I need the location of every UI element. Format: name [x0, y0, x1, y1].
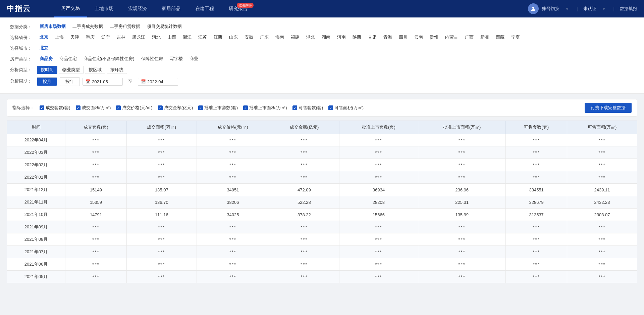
table-cell: *** [65, 159, 127, 171]
province-江西[interactable]: 江西 [211, 34, 225, 41]
category-options: 新房市场数据二手房成交数据二手房租赁数据项目交易统计数据 [37, 23, 634, 30]
province-陕西[interactable]: 陕西 [350, 34, 364, 41]
table-cell-period: 2021年05月 [7, 271, 65, 283]
table-row: 2021年11月15359136.7038206522.2828208225.3… [7, 196, 637, 209]
table-cell: *** [418, 271, 505, 283]
province-浙江[interactable]: 浙江 [180, 34, 194, 41]
table-cell: *** [126, 221, 197, 233]
indicator-row: 指标选择： ✓成交套数(套)✓成交面积(万㎡)✓成交价格(元/㎡)✓成交金额(亿… [7, 99, 637, 117]
period-end-input[interactable]: 📅 2022-04 [138, 78, 178, 86]
province-河南[interactable]: 河南 [334, 34, 348, 41]
table-cell: *** [567, 233, 637, 246]
province-新疆[interactable]: 新疆 [478, 34, 492, 41]
province-天津[interactable]: 天津 [68, 34, 82, 41]
city-beijing[interactable]: 北京 [37, 44, 51, 52]
province-北京[interactable]: 北京 [37, 34, 51, 41]
download-btn[interactable]: 付费下载完整数据 [585, 103, 632, 113]
table-cell: *** [506, 221, 567, 233]
period-month-btn[interactable]: 按月 [37, 77, 57, 86]
nav-item-macro-economy[interactable]: 宏观经济 [121, 0, 154, 17]
province-宁夏[interactable]: 宁夏 [508, 34, 523, 41]
nav-item-research-report[interactable]: 研究报告敬请期待 [221, 0, 255, 17]
period-start-input[interactable]: 📅 2021-05 [83, 78, 123, 86]
property-options: 商品房商品住宅商品住宅(不含保障性住房)保障性住房写字楼商业 [37, 55, 634, 62]
property-commercial[interactable]: 商业 [187, 55, 201, 62]
fill-data-btn[interactable]: 数据填报 [620, 6, 637, 12]
nav-item-house-trade[interactable]: 房产交易 [54, 0, 87, 17]
province-甘肃[interactable]: 甘肃 [365, 34, 379, 41]
province-广西[interactable]: 广西 [462, 34, 476, 41]
table-cell: *** [126, 271, 197, 283]
nav-item-land-market[interactable]: 土地市场 [87, 0, 121, 17]
province-湖南[interactable]: 湖南 [319, 34, 333, 41]
table-header-row: 时间成交套数(套)成交面积(万㎡)成交价格(元/㎡)成交金额(亿元)批准上市套数… [7, 121, 637, 134]
province-重庆[interactable]: 重庆 [83, 34, 97, 41]
table-cell: *** [418, 258, 505, 271]
property-residential[interactable]: 商品住宅 [57, 55, 79, 62]
province-湖北[interactable]: 湖北 [304, 34, 318, 41]
indicator-approved-area[interactable]: ✓批准上市面积(万㎡) [243, 105, 287, 111]
city-options: 北京 [37, 44, 634, 52]
province-青海[interactable]: 青海 [381, 34, 395, 41]
province-黑龙江[interactable]: 黑龙江 [129, 34, 148, 41]
province-山西[interactable]: 山西 [165, 34, 179, 41]
table-row: 2022年04月************************ [7, 134, 637, 146]
province-福建[interactable]: 福建 [288, 34, 302, 41]
province-安徽[interactable]: 安徽 [242, 34, 256, 41]
indicator-trade-amount[interactable]: ✓成交金额(亿元) [158, 105, 193, 111]
table-cell: *** [197, 146, 269, 159]
category-rental[interactable]: 二手房租赁数据 [107, 23, 143, 30]
category-project-stats[interactable]: 项目交易统计数据 [144, 23, 184, 30]
province-广东[interactable]: 广东 [257, 34, 271, 41]
analysis-type-by-area[interactable]: 按区域 [85, 66, 105, 74]
table-row: 2021年05月************************ [7, 271, 637, 283]
province-云南[interactable]: 云南 [412, 34, 426, 41]
province-河北[interactable]: 河北 [149, 34, 163, 41]
period-end-value: 2022-04 [147, 79, 163, 84]
province-山东[interactable]: 山东 [226, 34, 240, 41]
table-col-header: 成交价格(元/㎡) [197, 121, 269, 134]
indicator-trade-price[interactable]: ✓成交价格(元/㎡) [116, 105, 152, 111]
province-辽宁[interactable]: 辽宁 [99, 34, 113, 41]
indicator-for-sale-area[interactable]: ✓可售面积(万㎡) [328, 105, 364, 111]
category-new-market[interactable]: 新房市场数据 [37, 23, 68, 30]
province-西藏[interactable]: 西藏 [493, 34, 507, 41]
period-year-btn[interactable]: 按年 [60, 77, 80, 86]
analysis-type-by-ring[interactable]: 按环线 [107, 66, 127, 74]
account-switch-btn[interactable]: 账号切换 [542, 6, 559, 12]
analysis-type-by-time[interactable]: 按时间 [37, 66, 57, 74]
indicator-label-for-sale-area: 可售面积(万㎡) [334, 105, 364, 111]
table-cell: *** [418, 233, 505, 246]
table-col-header: 成交面积(万㎡) [126, 121, 197, 134]
province-内蒙古[interactable]: 内蒙古 [442, 34, 461, 41]
indicator-trade-count[interactable]: ✓成交套数(套) [40, 105, 70, 111]
category-second-hand[interactable]: 二手房成交数据 [70, 23, 106, 30]
indicator-approved-count[interactable]: ✓批准上市套数(套) [198, 105, 238, 111]
table-cell: *** [339, 221, 418, 233]
table-cell: *** [65, 271, 127, 283]
province-海南[interactable]: 海南 [273, 34, 287, 41]
checkbox-box-trade-area: ✓ [76, 105, 80, 110]
checkbox-box-for-sale-count: ✓ [292, 105, 297, 110]
province-吉林[interactable]: 吉林 [114, 34, 128, 41]
nav-item-home-parts[interactable]: 家居部品 [154, 0, 188, 17]
table-cell: 135.07 [126, 184, 197, 196]
property-affordable[interactable]: 保障性住房 [139, 55, 166, 62]
province-上海[interactable]: 上海 [52, 34, 66, 41]
province-四川[interactable]: 四川 [396, 34, 410, 41]
analysis-type-by-property[interactable]: 物业类型 [59, 66, 84, 74]
province-贵州[interactable]: 贵州 [427, 34, 441, 41]
province-江苏[interactable]: 江苏 [196, 34, 210, 41]
property-non-affordable[interactable]: 商品住宅(不含保障性住房) [81, 55, 137, 62]
table-cell: 136.70 [126, 196, 197, 209]
table-cell: *** [126, 258, 197, 271]
property-commodity[interactable]: 商品房 [37, 55, 55, 62]
table-cell: *** [418, 221, 505, 233]
nav-item-construction[interactable]: 在建工程 [188, 0, 221, 17]
table-col-header: 成交套数(套) [65, 121, 127, 134]
property-office[interactable]: 写字楼 [167, 55, 185, 62]
indicator-trade-area[interactable]: ✓成交面积(万㎡) [76, 105, 111, 111]
unauth-btn[interactable]: 未认证 [583, 6, 596, 12]
indicator-for-sale-count[interactable]: ✓可售套数(套) [292, 105, 323, 111]
table-cell-period: 2021年06月 [7, 258, 65, 271]
